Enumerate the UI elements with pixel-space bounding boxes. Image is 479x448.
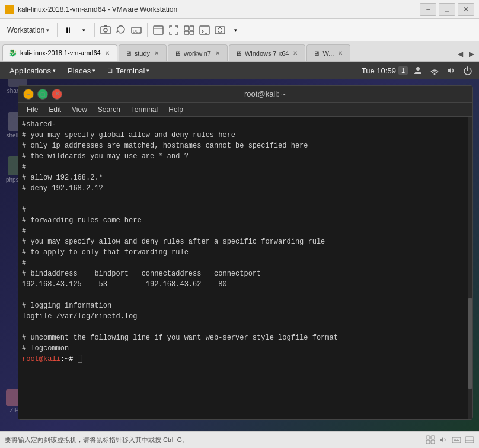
hdpi-status-icon xyxy=(465,435,474,446)
tab-win7x64[interactable]: 🖥 Windows 7 x64 ✕ xyxy=(229,44,306,61)
terminal-minimize-button[interactable]: − xyxy=(23,89,34,100)
terminal-help-menu[interactable]: Help xyxy=(164,104,188,115)
network-icon[interactable] xyxy=(428,64,441,77)
tab-w[interactable]: 🖥 W... ✕ xyxy=(306,44,350,61)
stretch-dropdown[interactable]: ▾ xyxy=(229,24,242,37)
kali-menubar: Applications ▾ Places ▾ ⊞ Terminal ▾ Tue… xyxy=(0,62,479,79)
status-message: 要将输入定向到该虚拟机，请将鼠标指针移入其中或按 Ctrl+G。 xyxy=(5,436,426,444)
terminal-window-controls: − □ ✕ xyxy=(23,89,62,100)
send-ctrlaltdel-button[interactable]: DEL xyxy=(130,24,143,37)
w-tab-close[interactable]: ✕ xyxy=(337,50,344,56)
terminal-title: root@kali: ~ xyxy=(62,89,468,98)
users-icon[interactable] xyxy=(411,64,424,77)
tab-kali[interactable]: 🐉 kali-linux-2018.1-vm-amd64 ✕ xyxy=(2,44,117,61)
close-button[interactable]: ✕ xyxy=(458,3,474,16)
power-icon[interactable] xyxy=(461,64,474,77)
status-bar: 要将输入定向到该虚拟机，请将鼠标指针移入其中或按 Ctrl+G。 xyxy=(0,431,479,448)
terminal-scrollbar[interactable] xyxy=(468,117,472,419)
svg-text:DEL: DEL xyxy=(133,29,141,33)
study-tab-icon: 🖥 xyxy=(125,50,132,57)
svg-rect-9 xyxy=(184,31,189,34)
workwin7-tab-icon: 🖥 xyxy=(174,50,181,57)
terminal-menu-bar: File Edit View Search Terminal Help xyxy=(18,103,472,117)
terminal-search-menu[interactable]: Search xyxy=(93,104,125,115)
terminal-maximize-button[interactable]: □ xyxy=(37,89,48,100)
svg-rect-5 xyxy=(154,26,163,34)
svg-rect-2 xyxy=(104,25,107,27)
places-label: Places xyxy=(68,66,91,75)
tab-study[interactable]: 🖥 study ✕ xyxy=(119,44,167,61)
study-tab-label: study xyxy=(135,50,150,57)
svg-rect-0 xyxy=(101,27,110,34)
minimize-button[interactable]: − xyxy=(420,3,436,16)
applications-label: Applications xyxy=(9,66,51,75)
kali-desktop-area[interactable]: shared- shell.zip phpshell Applications … xyxy=(0,62,479,431)
workwin7-tab-close[interactable]: ✕ xyxy=(214,50,221,56)
toolbar-separator-3 xyxy=(147,23,148,37)
volume-icon[interactable] xyxy=(445,64,458,77)
tabs-navigation: ◀ ▶ xyxy=(455,49,479,61)
title-bar: kali-linux-2018.1-vm-amd64 - VMware Work… xyxy=(0,0,479,19)
vmware-icon xyxy=(5,5,14,14)
workspace-indicator[interactable]: 1 xyxy=(398,66,408,75)
clock-time: Tue 10:59 xyxy=(362,66,396,75)
terminal-terminal-menu[interactable]: Terminal xyxy=(126,104,162,115)
kali-tab-close[interactable]: ✕ xyxy=(104,50,111,56)
unity-button[interactable] xyxy=(183,24,196,37)
terminal-titlebar: − □ ✕ root@kali: ~ xyxy=(18,86,472,103)
keyboard-status-icon xyxy=(452,435,461,446)
terminal-menu[interactable]: ⊞ Terminal ▾ xyxy=(103,64,154,78)
svg-rect-10 xyxy=(190,31,194,34)
full-screen-button[interactable] xyxy=(167,24,180,37)
places-arrow: ▾ xyxy=(92,68,95,73)
vmware-toolbar: Workstation ▾ ⏸ ▾ DEL ▾ xyxy=(0,19,479,41)
terminal-close-button[interactable]: ✕ xyxy=(52,89,62,100)
network-status-icon xyxy=(426,435,435,446)
study-tab-close[interactable]: ✕ xyxy=(153,50,160,56)
w-tab-icon: 🖥 xyxy=(313,50,320,57)
tabs-prev-button[interactable]: ◀ xyxy=(455,49,465,59)
svg-point-15 xyxy=(434,73,436,75)
kali-tab-icon: 🐉 xyxy=(9,49,17,57)
svg-rect-16 xyxy=(426,436,430,439)
snapshot-button[interactable] xyxy=(99,24,112,37)
w-tab-label: W... xyxy=(322,50,334,57)
terminal-view-menu[interactable]: View xyxy=(67,104,92,115)
tab-workwin7[interactable]: 🖥 workwin7 ✕ xyxy=(168,44,228,61)
tabs-next-button[interactable]: ▶ xyxy=(467,49,477,59)
console-view-button[interactable] xyxy=(198,24,211,37)
places-menu[interactable]: Places ▾ xyxy=(63,64,100,78)
svg-rect-25 xyxy=(465,437,474,443)
workstation-dropdown-arrow: ▾ xyxy=(46,27,49,33)
main-area: shared- shell.zip phpshell Applications … xyxy=(0,62,479,431)
workstation-label: Workstation xyxy=(7,26,44,34)
svg-rect-20 xyxy=(452,437,461,443)
terminal-edit-menu[interactable]: Edit xyxy=(44,104,66,115)
terminal-window: − □ ✕ root@kali: ~ File Edit View Search… xyxy=(18,85,473,420)
sound-status-icon xyxy=(439,435,448,446)
terminal-content[interactable]: #shared- # you may specify global allow … xyxy=(18,117,472,419)
terminal-file-menu[interactable]: File xyxy=(22,104,43,115)
vm-settings-button[interactable] xyxy=(152,24,165,37)
workwin7-tab-label: workwin7 xyxy=(184,50,211,57)
terminal-arrow: ▾ xyxy=(146,68,149,73)
terminal-scrollbar-thumb xyxy=(468,298,472,389)
svg-point-1 xyxy=(104,28,107,32)
win7x64-tab-close[interactable]: ✕ xyxy=(292,50,299,56)
applications-menu[interactable]: Applications ▾ xyxy=(5,64,60,78)
tabs-bar: 🐉 kali-linux-2018.1-vm-amd64 ✕ 🖥 study ✕… xyxy=(0,41,479,62)
maximize-button[interactable]: □ xyxy=(439,3,455,16)
revert-button[interactable] xyxy=(114,24,127,37)
svg-point-14 xyxy=(416,67,420,71)
pause-button[interactable]: ⏸ xyxy=(62,24,75,37)
svg-rect-8 xyxy=(190,26,194,30)
svg-rect-19 xyxy=(431,440,435,444)
terminal-menu-icon: ⊞ xyxy=(107,67,113,75)
toolbar-separator-2 xyxy=(94,23,95,37)
pause-dropdown[interactable]: ▾ xyxy=(77,24,90,37)
window-controls: − □ ✕ xyxy=(420,3,474,16)
win7x64-tab-label: Windows 7 x64 xyxy=(245,50,289,57)
workstation-menu[interactable]: Workstation ▾ xyxy=(4,24,53,36)
stretch-button[interactable] xyxy=(213,24,226,37)
window-title: kali-linux-2018.1-vm-amd64 - VMware Work… xyxy=(18,5,420,14)
